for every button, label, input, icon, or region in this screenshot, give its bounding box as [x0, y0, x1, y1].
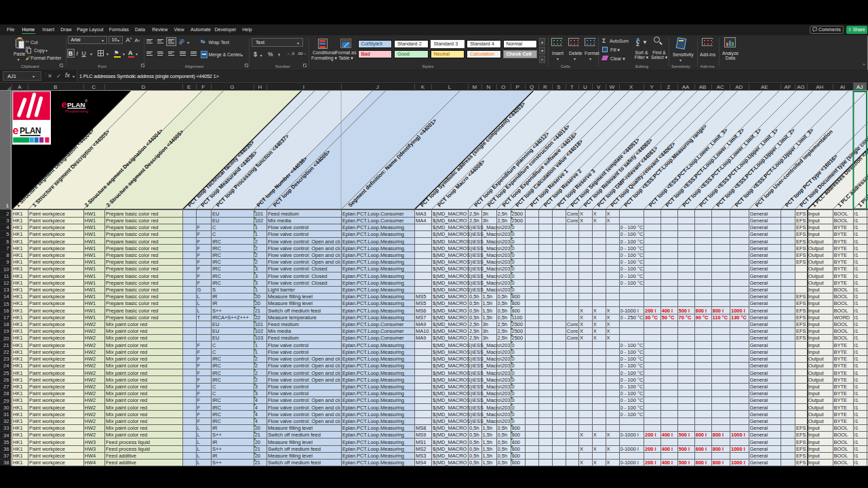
svg-text:Preplanning: Preplanning — [65, 108, 89, 113]
svg-text:PLAN: PLAN — [20, 126, 41, 136]
svg-text:PLAN: PLAN — [67, 101, 85, 108]
svg-text:e: e — [13, 125, 19, 136]
